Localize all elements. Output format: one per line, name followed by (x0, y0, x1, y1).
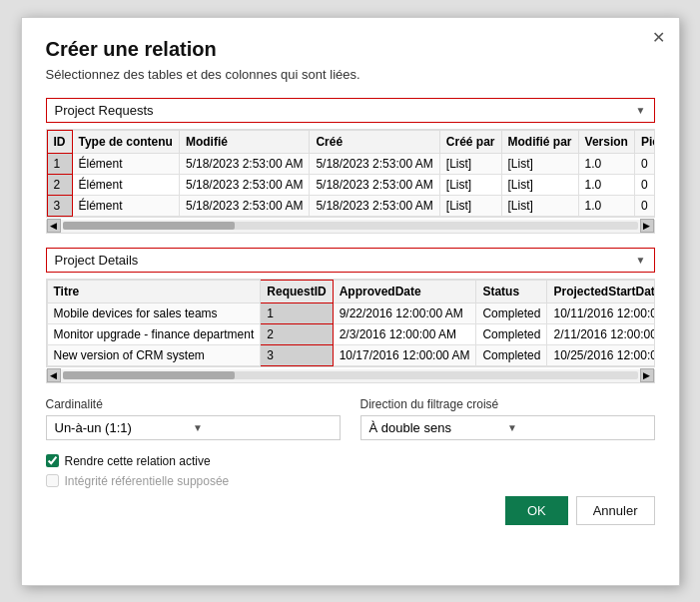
cell-pieces: 0 (634, 174, 654, 195)
chevron-down-icon: ▼ (507, 422, 646, 433)
cell-id: 3 (47, 195, 72, 216)
filter-direction-value: À double sens (369, 420, 508, 435)
table2-section: Project Details ▼ Titre RequestID Approv… (46, 248, 655, 383)
active-relation-label: Rendre cette relation active (65, 454, 211, 468)
table2-scrollbar[interactable]: ◀ ▶ (46, 369, 655, 383)
cell-status: Completed (476, 302, 547, 323)
cell-creepar: [List] (439, 174, 501, 195)
scroll-thumb (63, 222, 236, 230)
ok-button[interactable]: OK (505, 496, 568, 525)
chevron-down-icon: ▼ (636, 105, 646, 116)
scroll-left-icon[interactable]: ◀ (47, 219, 61, 233)
col-version-header: Version (578, 130, 634, 153)
table2-dropdown[interactable]: Project Details ▼ (46, 248, 655, 273)
dialog-title: Créer une relation (46, 38, 655, 61)
dialog: ✕ Créer une relation Sélectionnez des ta… (21, 17, 680, 586)
table-row: New version of CRM system 3 10/17/2016 1… (47, 344, 655, 365)
cardinality-group: Cardinalité Un-à-un (1:1) ▼ (46, 397, 341, 440)
cell-status: Completed (476, 344, 547, 365)
cell-approveddate: 2/3/2016 12:00:00 AM (333, 323, 476, 344)
cell-titre: Monitor upgrade - finance department (47, 323, 261, 344)
cell-type: Élément (72, 195, 179, 216)
col-modifie-header: Modifié (179, 130, 309, 153)
cell-pieces: 0 (634, 153, 654, 174)
dialog-subtitle: Sélectionnez des tables et des colonnes … (46, 67, 655, 82)
cell-titre: Mobile devices for sales teams (47, 302, 261, 323)
cell-version: 1.0 (578, 153, 634, 174)
col-cree-header: Créé (310, 130, 439, 153)
col-approveddate-header: ApprovedDate (333, 280, 476, 302)
col-type-header: Type de contenu (72, 130, 179, 153)
cell-type: Élément (72, 174, 179, 195)
scroll-left-icon[interactable]: ◀ (47, 368, 61, 382)
table1-dropdown[interactable]: Project Requests ▼ (46, 98, 655, 123)
chevron-down-icon: ▼ (193, 422, 332, 433)
table1-container: ID Type de contenu Modifié Créé Créé par… (46, 129, 655, 218)
table1: ID Type de contenu Modifié Créé Créé par… (47, 130, 655, 217)
filter-direction-group: Direction du filtrage croisé À double se… (360, 397, 655, 440)
footer-buttons: OK Annuler (46, 496, 655, 525)
scroll-track (63, 222, 638, 230)
chevron-down-icon: ▼ (636, 255, 646, 266)
table1-scrollbar[interactable]: ◀ ▶ (46, 220, 655, 234)
filter-direction-label: Direction du filtrage croisé (360, 397, 655, 411)
scroll-right-icon[interactable]: ▶ (640, 219, 654, 233)
cell-cree: 5/18/2023 2:53:00 AM (310, 195, 439, 216)
active-relation-checkbox[interactable] (46, 454, 59, 467)
col-status-header: Status (476, 280, 547, 302)
table-row: 2 Élément 5/18/2023 2:53:00 AM 5/18/2023… (47, 174, 655, 195)
cell-requestid: 2 (261, 323, 333, 344)
cell-version: 1.0 (578, 174, 634, 195)
checkbox1-row: Rendre cette relation active (46, 454, 655, 468)
table2-dropdown-label: Project Details (55, 253, 636, 268)
table-row: Monitor upgrade - finance department 2 2… (47, 323, 655, 344)
table2: Titre RequestID ApprovedDate Status Proj… (47, 280, 655, 366)
table-row: 1 Élément 5/18/2023 2:53:00 AM 5/18/2023… (47, 153, 655, 174)
cell-requestid: 1 (261, 302, 333, 323)
cell-approveddate: 9/22/2016 12:00:00 AM (333, 302, 476, 323)
referential-integrity-label: Intégrité référentielle supposée (65, 474, 230, 488)
col-projectedstart-header: ProjectedStartDate (547, 280, 655, 302)
col-pieces-header: Pièces j (634, 130, 654, 153)
scroll-thumb (63, 371, 236, 379)
referential-integrity-checkbox[interactable] (46, 474, 59, 487)
cell-status: Completed (476, 323, 547, 344)
cell-id: 2 (47, 174, 72, 195)
cell-modifie: 5/18/2023 2:53:00 AM (179, 174, 309, 195)
cell-type: Élément (72, 153, 179, 174)
cell-modifiepar: [List] (501, 153, 578, 174)
cell-pieces: 0 (634, 195, 654, 216)
scroll-right-icon[interactable]: ▶ (640, 368, 654, 382)
cardinality-value: Un-à-un (1:1) (55, 420, 194, 435)
cardinality-label: Cardinalité (46, 397, 341, 411)
cell-modifie: 5/18/2023 2:53:00 AM (179, 195, 309, 216)
close-button[interactable]: ✕ (652, 28, 665, 47)
table1-dropdown-label: Project Requests (55, 103, 636, 118)
cell-cree: 5/18/2023 2:53:00 AM (310, 153, 439, 174)
cell-titre: New version of CRM system (47, 344, 261, 365)
col-titre-header: Titre (47, 280, 261, 302)
cell-projectedstart: 10/25/2016 12:00:00 AM (547, 344, 655, 365)
cell-modifiepar: [List] (501, 174, 578, 195)
col-creepar-header: Créé par (439, 130, 501, 153)
col-requestid-header: RequestID (261, 280, 333, 302)
checkbox2-row: Intégrité référentielle supposée (46, 474, 655, 488)
cell-approveddate: 10/17/2016 12:00:00 AM (333, 344, 476, 365)
table2-container: Titre RequestID ApprovedDate Status Proj… (46, 279, 655, 367)
bottom-form: Cardinalité Un-à-un (1:1) ▼ Direction du… (46, 397, 655, 440)
cell-requestid: 3 (261, 344, 333, 365)
table-row: 3 Élément 5/18/2023 2:53:00 AM 5/18/2023… (47, 195, 655, 216)
cell-id: 1 (47, 153, 72, 174)
cell-modifiepar: [List] (501, 195, 578, 216)
col-id-header: ID (47, 130, 72, 153)
cancel-button[interactable]: Annuler (576, 496, 655, 525)
col-modifiepar-header: Modifié par (501, 130, 578, 153)
filter-direction-dropdown[interactable]: À double sens ▼ (360, 415, 655, 440)
table1-section: Project Requests ▼ ID Type de contenu Mo… (46, 98, 655, 234)
cell-creepar: [List] (439, 195, 501, 216)
cell-projectedstart: 2/11/2016 12:00:00 AM (547, 323, 655, 344)
table-row: Mobile devices for sales teams 1 9/22/20… (47, 302, 655, 323)
cell-version: 1.0 (578, 195, 634, 216)
scroll-track (63, 371, 638, 379)
cardinality-dropdown[interactable]: Un-à-un (1:1) ▼ (46, 415, 341, 440)
